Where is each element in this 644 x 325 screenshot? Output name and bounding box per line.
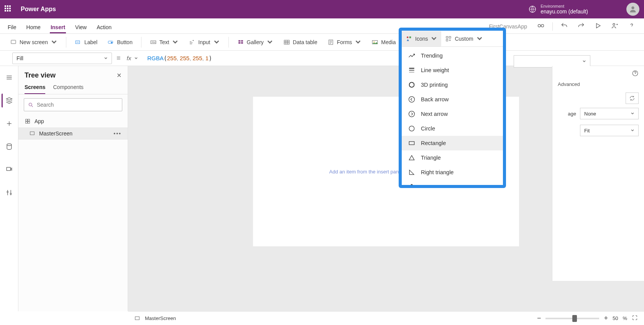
zoom-out[interactable]: − (537, 314, 541, 322)
datatable-button[interactable]: Data table (279, 36, 321, 48)
svg-rect-11 (241, 40, 243, 41)
props-select-image[interactable]: None (580, 108, 639, 119)
chevron-down-icon (51, 39, 58, 46)
person-icon (629, 5, 637, 13)
svg-rect-28 (30, 132, 34, 135)
righttriangle-icon (408, 168, 416, 176)
menu-insert[interactable]: Insert (50, 20, 66, 33)
icons-list[interactable]: Trending Line weight 3D printing Back ar… (402, 47, 503, 185)
environment-icon (528, 5, 537, 13)
tree-item-app[interactable]: App (18, 115, 128, 127)
props-field-image: age None (558, 108, 639, 119)
input-button[interactable]: Input (185, 36, 223, 48)
datatable-icon (283, 39, 290, 46)
menu-home[interactable]: Home (26, 20, 41, 33)
tab-advanced[interactable]: Advanced (558, 79, 639, 92)
rail-insert[interactable] (2, 117, 16, 130)
user-avatar[interactable] (626, 3, 639, 16)
svg-point-38 (409, 126, 414, 131)
icon-item-nextarrow[interactable]: Next arrow (402, 107, 503, 121)
icon-item-triangle[interactable]: Triangle (402, 150, 503, 165)
fit-to-window[interactable] (632, 315, 638, 322)
chevron-down-icon (430, 35, 437, 42)
icon-item-pentagon[interactable]: Pentagon (402, 180, 503, 185)
waffle-icon[interactable] (5, 5, 12, 13)
icons-icon (406, 35, 412, 42)
environment-picker[interactable]: Environment enayu.com (default) (528, 4, 588, 15)
icon-item-righttriangle[interactable]: Right triangle (402, 165, 503, 180)
help-button[interactable] (626, 21, 637, 32)
trending-icon (408, 52, 416, 59)
3dprinting-icon (408, 81, 416, 89)
rail-media[interactable] (2, 163, 16, 177)
custom-button[interactable]: Custom (441, 31, 486, 46)
icon-item-backarrow[interactable]: Back arrow (402, 92, 503, 107)
share-button[interactable] (610, 21, 620, 32)
chevron-down-icon (631, 112, 634, 115)
refresh-button[interactable] (626, 92, 639, 104)
zoom-slider[interactable] (545, 318, 599, 319)
tree-search[interactable] (24, 98, 122, 111)
gallery-icon (237, 39, 244, 46)
insert-ribbon: New screen Label Button Abc Text Input G… (0, 34, 644, 51)
icon-item-rectangle[interactable]: Rectangle (402, 136, 503, 150)
chevron-down-icon (476, 35, 483, 42)
svg-rect-5 (11, 40, 16, 43)
equals-sign: = (117, 54, 121, 62)
label-icon (75, 39, 82, 46)
text-icon: Abc (150, 39, 157, 46)
backarrow-icon (408, 96, 416, 103)
zoom-in[interactable]: + (604, 314, 608, 322)
app-checker-button[interactable] (536, 21, 546, 32)
text-button[interactable]: Abc Text (146, 36, 183, 48)
forms-button[interactable]: Forms (324, 36, 366, 48)
label-button[interactable]: Label (71, 36, 101, 48)
button-control-button[interactable]: Button (104, 36, 136, 48)
svg-rect-24 (26, 119, 28, 121)
icon-item-trending[interactable]: Trending (402, 48, 503, 63)
menubar: File Home Insert View Action FirstCanvas… (0, 18, 644, 34)
svg-rect-34 (446, 39, 448, 41)
icon-item-circle[interactable]: Circle (402, 121, 503, 136)
rail-treeview[interactable] (2, 94, 15, 107)
chevron-down-icon (631, 129, 634, 132)
undo-button[interactable] (559, 21, 570, 32)
icon-item-lineweight[interactable]: Line weight (402, 63, 503, 78)
icon-item-3dprinting[interactable]: 3D printing (402, 78, 503, 92)
lineweight-icon (408, 66, 416, 74)
svg-rect-25 (28, 119, 30, 121)
fx-indicator[interactable]: fx (125, 55, 140, 61)
new-screen-button[interactable]: New screen (6, 36, 61, 48)
rectangle-icon (408, 139, 416, 147)
tab-components[interactable]: Components (53, 84, 83, 94)
rail-data[interactable] (2, 140, 16, 153)
tree-item-masterscreen[interactable]: MasterScreen ••• (18, 127, 128, 140)
help-icon[interactable] (632, 70, 639, 77)
rail-hamburger[interactable] (2, 71, 16, 84)
tree-search-input[interactable] (37, 102, 118, 108)
app-title: Power Apps (21, 6, 56, 13)
svg-rect-31 (409, 36, 411, 38)
menu-view[interactable]: View (74, 20, 87, 33)
screen-icon (10, 39, 17, 46)
menu-action[interactable]: Action (96, 20, 112, 33)
gallery-button[interactable]: Gallery (233, 36, 277, 48)
property-select[interactable]: Fill (12, 53, 112, 64)
tab-screens[interactable]: Screens (25, 84, 45, 94)
rail-advanced[interactable] (2, 186, 16, 200)
chevron-down-icon (266, 39, 273, 46)
icons-button[interactable]: Icons (402, 31, 441, 46)
svg-rect-10 (238, 40, 240, 41)
svg-rect-27 (28, 122, 30, 124)
left-rail (0, 66, 18, 311)
props-select-fit[interactable]: Fit (580, 125, 639, 136)
tree-item-more[interactable]: ••• (113, 130, 122, 137)
screen-icon (134, 315, 140, 322)
menu-file[interactable]: File (7, 20, 17, 33)
svg-rect-12 (238, 42, 240, 44)
chevron-down-icon (134, 56, 138, 60)
redo-button[interactable] (576, 21, 586, 32)
tree-close[interactable]: ✕ (117, 72, 122, 79)
custom-icon (445, 35, 452, 42)
play-button[interactable] (593, 21, 603, 32)
